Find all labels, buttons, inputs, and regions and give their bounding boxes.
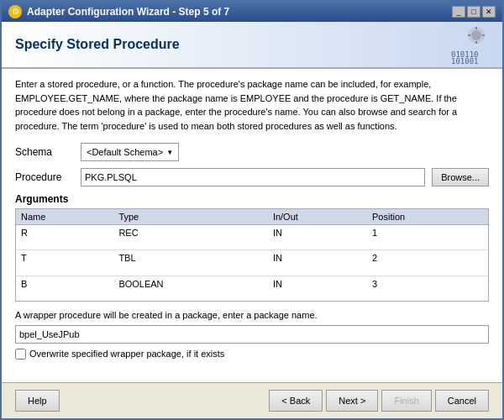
overwrite-checkbox-row: Overwrite specified wrapper package, if … — [15, 349, 489, 360]
minimize-button[interactable]: _ — [452, 6, 465, 18]
procedure-label: Procedure — [15, 171, 74, 183]
arguments-section-title: Arguments — [15, 193, 489, 205]
header-title: Specify Stored Procedure — [15, 37, 180, 52]
cell-type: BOOLEAN — [113, 276, 268, 301]
title-bar-controls: _ □ ✕ — [452, 6, 496, 18]
col-name: Name — [16, 209, 113, 225]
cell-position: 1 — [367, 225, 488, 250]
back-button[interactable]: < Back — [269, 390, 323, 412]
col-inout: In/Out — [268, 209, 367, 225]
close-button[interactable]: ✕ — [482, 6, 496, 18]
package-name-input[interactable] — [15, 325, 489, 344]
table-row: BBOOLEANIN3 — [16, 276, 488, 301]
cell-position: 3 — [367, 276, 488, 301]
finish-button[interactable]: Finish — [381, 390, 431, 412]
schema-value: <Default Schema> — [87, 147, 163, 157]
cell-position: 2 — [367, 250, 488, 276]
title-bar-text: Adapter Configuration Wizard - Step 5 of… — [27, 6, 447, 18]
cell-type: REC — [113, 225, 268, 250]
schema-row: Schema <Default Schema> — [15, 143, 489, 161]
svg-point-1 — [471, 30, 481, 40]
footer-right: < Back Next > Finish Cancel — [269, 390, 489, 412]
overwrite-label: Overwrite specified wrapper package, if … — [29, 349, 224, 359]
cell-inOut: IN — [268, 276, 367, 301]
svg-text:101001: 101001 — [451, 57, 479, 64]
schema-dropdown[interactable]: <Default Schema> — [81, 143, 179, 161]
col-position: Position — [367, 209, 488, 225]
arguments-table-wrapper: Name Type In/Out Position RRECIN1TTBLIN2… — [15, 208, 489, 302]
cell-inOut: IN — [268, 250, 367, 276]
procedure-input[interactable] — [81, 168, 425, 186]
cell-name: B — [16, 276, 113, 301]
cell-inOut: IN — [268, 225, 367, 250]
overwrite-checkbox[interactable] — [15, 349, 26, 360]
wizard-window: ⚙ Adapter Configuration Wizard - Step 5 … — [0, 0, 504, 420]
header-banner: Specify Stored Procedure 010110 101001 — [2, 22, 502, 69]
procedure-row: Procedure Browse... — [15, 168, 489, 186]
cell-name: R — [16, 225, 113, 250]
description-text: Enter a stored procedure, or a function.… — [15, 77, 489, 133]
table-header-row: Name Type In/Out Position — [16, 209, 488, 225]
cell-type: TBL — [113, 250, 268, 276]
table-row: TTBLIN2 — [16, 250, 488, 276]
title-bar-icon: ⚙ — [8, 5, 22, 18]
title-bar: ⚙ Adapter Configuration Wizard - Step 5 … — [2, 2, 502, 22]
help-button[interactable]: Help — [15, 390, 60, 412]
browse-button[interactable]: Browse... — [432, 168, 489, 186]
wizard-icon: 010110 101001 — [447, 25, 489, 64]
cancel-button[interactable]: Cancel — [435, 390, 489, 412]
table-row: RRECIN1 — [16, 225, 488, 250]
maximize-button[interactable]: □ — [467, 6, 480, 18]
cell-name: T — [16, 250, 113, 276]
schema-label: Schema — [15, 146, 74, 158]
main-content: Enter a stored procedure, or a function.… — [2, 69, 502, 382]
wrapper-description: A wrapper procedure will be created in a… — [15, 310, 489, 320]
footer: Help < Back Next > Finish Cancel — [2, 382, 502, 418]
footer-left: Help — [15, 390, 60, 412]
col-type: Type — [113, 209, 268, 225]
next-button[interactable]: Next > — [326, 390, 378, 412]
arguments-table-body: RRECIN1TTBLIN2BBOOLEANIN3 — [16, 225, 488, 301]
arguments-table: Name Type In/Out Position RRECIN1TTBLIN2… — [16, 209, 488, 301]
